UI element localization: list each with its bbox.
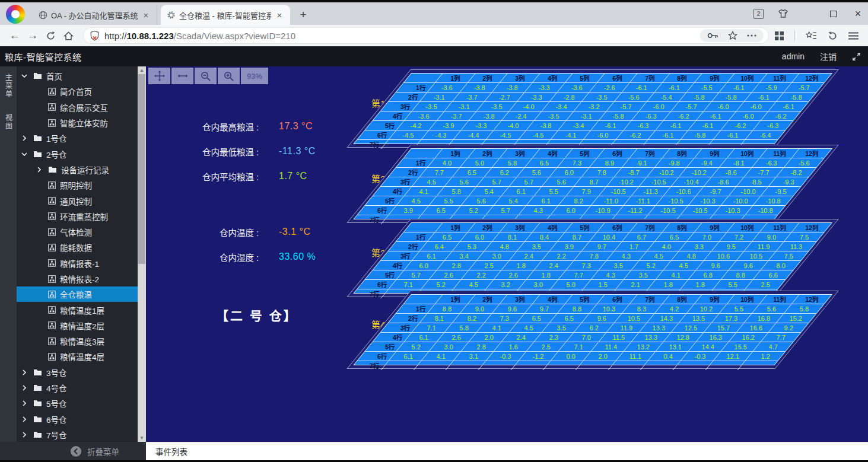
chevron-right-icon[interactable]: [21, 400, 28, 406]
browser-tab-current[interactable]: 全仓粮温 - 粮库-智能管控系统 ×: [161, 5, 290, 25]
stat-value: -11.3 °C: [279, 146, 316, 157]
favorites-bar-icon[interactable]: [806, 31, 817, 40]
tab-title: OA - 办公自动化管理系统: [51, 9, 138, 21]
sidebar-item-4[interactable]: 1号仓: [17, 130, 138, 146]
view-page-icon: [48, 291, 56, 298]
chevron-right-icon[interactable]: [21, 135, 28, 141]
sidebar-item-15[interactable]: 粮情温度1层: [17, 302, 138, 317]
password-key-icon[interactable]: [707, 32, 718, 39]
menu-icon[interactable]: [848, 32, 859, 40]
temperature-cell: -5.8: [776, 92, 816, 101]
chevron-right-icon[interactable]: [21, 369, 28, 375]
sidebar-item-16[interactable]: 粮情温度2层: [17, 318, 138, 333]
sidebar-item-label: 3号仓: [46, 367, 67, 378]
sidebar-item-10[interactable]: 气体检测: [17, 224, 138, 240]
sidebar-item-14[interactable]: 全仓粮温: [17, 286, 138, 302]
zoom-out-button[interactable]: [195, 68, 217, 84]
sidebar-item-20[interactable]: 4号仓: [17, 380, 138, 396]
more-options-icon[interactable]: [747, 34, 756, 37]
view-page-icon: [48, 181, 56, 189]
sidebar-item-22[interactable]: 6号仓: [17, 412, 138, 427]
stat-label: 仓内湿度 :: [190, 251, 259, 263]
sidebar-item-label: 智能立体安防: [60, 117, 108, 129]
rail-tab-view[interactable]: 视图: [4, 114, 14, 130]
sidebar-item-3[interactable]: 智能立体安防: [17, 115, 138, 130]
view-page-icon: [48, 244, 56, 251]
scroll-down-icon[interactable]: ▼: [138, 434, 146, 442]
sidebar-item-19[interactable]: 3号仓: [17, 365, 138, 380]
temperature-cell: 7.5: [784, 232, 824, 241]
zoom-level-label: 93%: [241, 68, 268, 84]
sidebar-item-11[interactable]: 能耗数据: [17, 240, 138, 255]
temperature-cell: -5.7: [784, 82, 824, 92]
collapse-menu-button[interactable]: 折叠菜单: [0, 442, 146, 460]
temperature-cell: -8.2: [776, 167, 816, 177]
pan-move-button[interactable]: [148, 68, 170, 84]
sidebar-item-8[interactable]: 通风控制: [17, 193, 138, 208]
warehouse-name-label: 【二 号 仓】: [216, 306, 298, 324]
browser-logo-icon[interactable]: [6, 5, 25, 24]
sidebar-item-9[interactable]: 环流熏蒸控制: [17, 209, 138, 224]
scrollbar-thumb[interactable]: [138, 74, 145, 264]
stat-value: 33.60 %: [279, 251, 316, 262]
chevron-right-icon[interactable]: [21, 385, 28, 391]
maximize-button[interactable]: [828, 9, 838, 19]
tab-close-icon[interactable]: ×: [275, 10, 284, 20]
folder-icon: [33, 369, 42, 376]
temperature-cell: -6.1: [768, 101, 809, 111]
chevron-right-icon[interactable]: [21, 432, 28, 438]
sidebar-menu: 首页简介首页综合展示交互智能立体安防1号仓2号仓设备运行记录照明控制通风控制环流…: [17, 66, 138, 442]
tab-count-badge[interactable]: 2: [753, 9, 764, 19]
url-field[interactable]: http://10.88.1.223/Scada/View.aspx?viewI…: [83, 27, 769, 44]
sidebar-item-label: 能耗数据: [60, 241, 92, 253]
sidebar-item-21[interactable]: 5号仓: [17, 396, 138, 411]
tab-close-icon[interactable]: ×: [141, 10, 151, 20]
fullscreen-icon[interactable]: [852, 52, 861, 61]
scroll-up-icon[interactable]: ▲: [138, 66, 146, 74]
sidebar-item-17[interactable]: 粮情温度3层: [17, 333, 138, 349]
sidebar-item-6[interactable]: 设备运行记录: [17, 162, 138, 177]
zoom-in-button[interactable]: [218, 68, 240, 84]
tab-title: 全仓粮温 - 粮库-智能管控系统: [179, 9, 271, 21]
layer-slab-2: 1列2列3列4列5列6列7列8列9列10列11列12列1行4.05.05.86.…: [346, 145, 839, 223]
rail-tab-main-menu[interactable]: 主菜单: [4, 74, 14, 98]
shield-insecure-icon[interactable]: [90, 30, 100, 41]
view-page-icon: [48, 337, 56, 345]
undo-sync-icon[interactable]: [828, 31, 838, 41]
globe-icon: [39, 11, 47, 20]
current-user: admin: [782, 52, 805, 61]
apps-grid-icon[interactable]: [775, 31, 784, 40]
url-text: http://10.88.1.223/Scada/View.aspx?viewI…: [104, 31, 700, 41]
sidebar-scrollbar[interactable]: ▲ ▼: [138, 66, 146, 442]
chevron-right-icon[interactable]: [21, 416, 28, 422]
chevron-right-icon[interactable]: [36, 167, 43, 173]
sidebar-item-7[interactable]: 照明控制: [17, 177, 138, 193]
logout-link[interactable]: 注销: [820, 50, 837, 62]
browser-tab-oa[interactable]: OA - 办公自动化管理系统 ×: [33, 5, 157, 25]
sidebar-item-13[interactable]: 粮情报表-2: [17, 271, 138, 286]
theme-shirt-icon[interactable]: [778, 9, 788, 18]
view-page-icon: [48, 119, 56, 127]
reload-icon[interactable]: [42, 27, 59, 44]
bookmark-star-icon[interactable]: [728, 31, 737, 40]
sidebar-item-label: 粮情温度3层: [60, 335, 104, 347]
sidebar-item-5[interactable]: 2号仓: [17, 146, 138, 161]
chevron-down-icon[interactable]: [21, 73, 28, 79]
new-tab-button[interactable]: +: [295, 7, 311, 23]
sidebar-item-23[interactable]: 7号仓: [17, 427, 138, 442]
chevron-down-icon[interactable]: [21, 151, 28, 157]
sidebar-item-12[interactable]: 粮情报表-1: [17, 256, 138, 271]
forward-icon[interactable]: →: [24, 27, 42, 44]
home-icon[interactable]: [59, 27, 77, 44]
sidebar-item-18[interactable]: 粮情温度4层: [17, 349, 138, 364]
close-button[interactable]: ×: [853, 8, 863, 20]
temperature-cell: -6.3: [753, 120, 793, 130]
back-icon[interactable]: ←: [6, 27, 24, 44]
sidebar-item-0[interactable]: 首页: [17, 68, 138, 84]
sidebar-item-label: 粮情温度2层: [60, 320, 104, 332]
fit-width-button[interactable]: [171, 68, 193, 84]
sidebar-item-2[interactable]: 综合展示交互: [17, 100, 138, 115]
sidebar-item-label: 5号仓: [46, 397, 67, 409]
event-list-panel-header[interactable]: 事件列表: [146, 442, 868, 460]
sidebar-item-1[interactable]: 简介首页: [17, 84, 138, 99]
